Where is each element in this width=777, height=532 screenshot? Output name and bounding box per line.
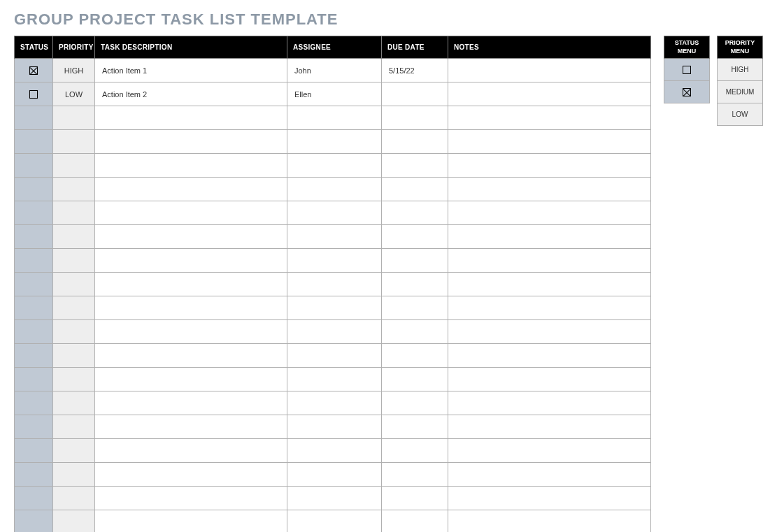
duedate-cell[interactable]	[382, 487, 448, 510]
priority-menu-item[interactable]: HIGH	[718, 59, 763, 81]
duedate-cell[interactable]	[382, 296, 448, 320]
priority-cell[interactable]: LOW	[53, 82, 95, 106]
notes-cell[interactable]	[448, 391, 651, 415]
task-cell[interactable]	[95, 201, 287, 225]
notes-cell[interactable]	[448, 106, 651, 130]
status-cell[interactable]	[15, 273, 53, 296]
notes-cell[interactable]	[448, 510, 651, 533]
duedate-cell[interactable]	[382, 178, 448, 201]
duedate-cell[interactable]	[382, 391, 448, 415]
priority-cell[interactable]	[53, 368, 95, 391]
notes-cell[interactable]	[448, 320, 651, 344]
duedate-cell[interactable]	[382, 82, 448, 106]
priority-menu-item[interactable]: LOW	[718, 103, 763, 126]
task-cell[interactable]	[95, 510, 287, 533]
checkbox-checked-icon[interactable]	[29, 66, 38, 75]
status-menu-item[interactable]	[664, 81, 710, 103]
status-cell[interactable]	[15, 320, 53, 344]
notes-cell[interactable]	[448, 201, 651, 225]
task-cell[interactable]	[95, 320, 287, 344]
status-cell[interactable]	[15, 178, 53, 201]
assignee-cell[interactable]	[287, 344, 382, 368]
notes-cell[interactable]	[448, 415, 651, 439]
assignee-cell[interactable]	[287, 368, 382, 391]
status-cell[interactable]	[15, 130, 53, 154]
priority-cell[interactable]	[53, 273, 95, 296]
status-cell[interactable]	[15, 391, 53, 415]
status-cell[interactable]	[15, 201, 53, 225]
task-cell[interactable]	[95, 344, 287, 368]
notes-cell[interactable]	[448, 273, 651, 296]
status-cell[interactable]	[15, 225, 53, 249]
task-cell[interactable]: Action Item 1	[95, 59, 287, 82]
task-cell[interactable]	[95, 463, 287, 487]
notes-cell[interactable]	[448, 439, 651, 463]
duedate-cell[interactable]	[382, 249, 448, 273]
assignee-cell[interactable]	[287, 106, 382, 130]
task-cell[interactable]	[95, 296, 287, 320]
notes-cell[interactable]	[448, 487, 651, 510]
assignee-cell[interactable]	[287, 201, 382, 225]
status-cell[interactable]	[15, 249, 53, 273]
priority-cell[interactable]	[53, 510, 95, 533]
status-cell[interactable]	[15, 510, 53, 533]
notes-cell[interactable]	[448, 225, 651, 249]
assignee-cell[interactable]	[287, 273, 382, 296]
notes-cell[interactable]	[448, 249, 651, 273]
status-cell[interactable]	[15, 296, 53, 320]
notes-cell[interactable]	[448, 178, 651, 201]
duedate-cell[interactable]	[382, 510, 448, 533]
duedate-cell[interactable]	[382, 344, 448, 368]
status-cell[interactable]	[15, 59, 53, 82]
priority-cell[interactable]	[53, 415, 95, 439]
priority-cell[interactable]	[53, 154, 95, 178]
notes-cell[interactable]	[448, 296, 651, 320]
priority-cell[interactable]	[53, 130, 95, 154]
status-cell[interactable]	[15, 463, 53, 487]
priority-cell[interactable]	[53, 487, 95, 510]
duedate-cell[interactable]	[382, 273, 448, 296]
status-menu-item[interactable]	[664, 59, 710, 81]
duedate-cell[interactable]	[382, 201, 448, 225]
assignee-cell[interactable]	[287, 487, 382, 510]
assignee-cell[interactable]	[287, 249, 382, 273]
priority-cell[interactable]	[53, 296, 95, 320]
status-cell[interactable]	[15, 439, 53, 463]
task-cell[interactable]	[95, 273, 287, 296]
priority-menu-item[interactable]: MEDIUM	[718, 81, 763, 103]
assignee-cell[interactable]	[287, 154, 382, 178]
notes-cell[interactable]	[448, 154, 651, 178]
duedate-cell[interactable]	[382, 154, 448, 178]
assignee-cell[interactable]	[287, 225, 382, 249]
task-cell[interactable]	[95, 130, 287, 154]
duedate-cell[interactable]	[382, 106, 448, 130]
duedate-cell[interactable]	[382, 439, 448, 463]
notes-cell[interactable]	[448, 82, 651, 106]
duedate-cell[interactable]: 5/15/22	[382, 59, 448, 82]
assignee-cell[interactable]	[287, 510, 382, 533]
task-cell[interactable]	[95, 178, 287, 201]
task-cell[interactable]	[95, 415, 287, 439]
task-cell[interactable]	[95, 439, 287, 463]
priority-cell[interactable]	[53, 178, 95, 201]
assignee-cell[interactable]	[287, 463, 382, 487]
assignee-cell[interactable]: Ellen	[287, 82, 382, 106]
priority-cell[interactable]	[53, 201, 95, 225]
notes-cell[interactable]	[448, 59, 651, 82]
assignee-cell[interactable]	[287, 415, 382, 439]
task-cell[interactable]	[95, 225, 287, 249]
status-cell[interactable]	[15, 487, 53, 510]
priority-cell[interactable]	[53, 344, 95, 368]
assignee-cell[interactable]	[287, 296, 382, 320]
task-cell[interactable]	[95, 106, 287, 130]
assignee-cell[interactable]	[287, 130, 382, 154]
status-cell[interactable]	[15, 368, 53, 391]
notes-cell[interactable]	[448, 130, 651, 154]
priority-cell[interactable]	[53, 463, 95, 487]
task-cell[interactable]	[95, 391, 287, 415]
status-cell[interactable]	[15, 415, 53, 439]
duedate-cell[interactable]	[382, 225, 448, 249]
duedate-cell[interactable]	[382, 130, 448, 154]
task-cell[interactable]	[95, 487, 287, 510]
assignee-cell[interactable]	[287, 391, 382, 415]
